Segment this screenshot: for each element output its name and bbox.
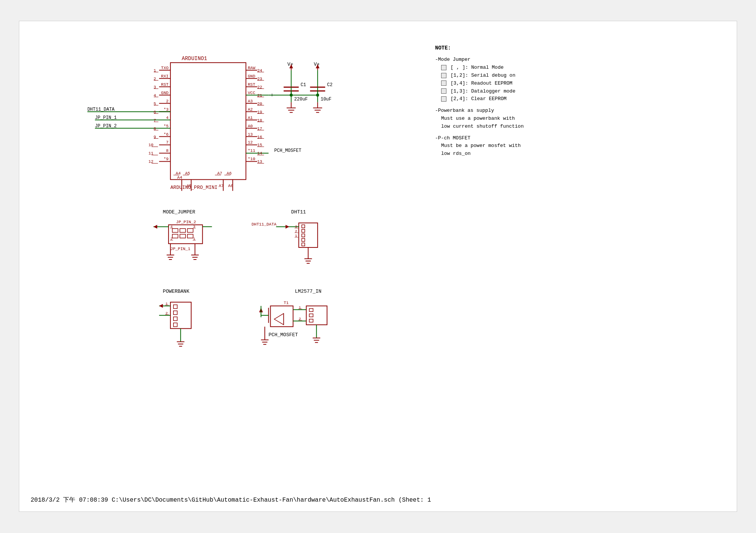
svg-marker-213 bbox=[159, 304, 163, 308]
svg-text:JP_PIN_1: JP_PIN_1 bbox=[170, 247, 191, 251]
svg-text:T1: T1 bbox=[284, 301, 289, 305]
jumper-icon-3 bbox=[441, 80, 446, 86]
notes-title: NOTE: bbox=[435, 44, 524, 52]
svg-rect-241 bbox=[309, 319, 313, 322]
svg-rect-210 bbox=[174, 317, 177, 321]
svg-text:PCH_MOSFET: PCH_MOSFET bbox=[274, 148, 301, 153]
jumper-icon-5 bbox=[441, 96, 446, 102]
svg-rect-160 bbox=[180, 229, 186, 232]
svg-rect-240 bbox=[309, 314, 313, 317]
svg-text:RST: RST bbox=[248, 82, 256, 87]
svg-text:DHT11: DHT11 bbox=[291, 209, 306, 215]
mode-item-4: [1,3]: Datalogger mode bbox=[441, 88, 524, 96]
footer: 2018/3/2 下午 07:08:39 C:\Users\DC\Documen… bbox=[31, 496, 431, 504]
svg-text:C1: C1 bbox=[301, 82, 306, 88]
svg-text:A0: A0 bbox=[248, 124, 253, 128]
svg-marker-176 bbox=[153, 225, 157, 229]
svg-rect-164 bbox=[187, 234, 193, 238]
svg-text:2: 2 bbox=[166, 99, 169, 104]
svg-text:*10: *10 bbox=[248, 157, 256, 161]
svg-text:7: 7 bbox=[166, 140, 169, 145]
svg-text:RST: RST bbox=[161, 82, 169, 87]
svg-rect-191 bbox=[302, 238, 305, 241]
svg-rect-190 bbox=[302, 234, 305, 237]
jumper-icon-4 bbox=[441, 88, 446, 94]
pch-line1: Must be a power mosfet with bbox=[441, 142, 524, 150]
svg-text:MODE_JUMPER: MODE_JUMPER bbox=[163, 209, 195, 215]
footer-text: 2018/3/2 下午 07:08:39 C:\Users\DC\Documen… bbox=[31, 497, 431, 504]
svg-rect-162 bbox=[172, 234, 178, 238]
svg-text:RAW: RAW bbox=[248, 66, 256, 70]
svg-text:PCH_MOSFET: PCH_MOSFET bbox=[268, 332, 298, 338]
powerbank-line1: Must use a powerbank with bbox=[441, 115, 524, 123]
svg-text:4: 4 bbox=[166, 116, 169, 120]
notes-panel: NOTE: -Mode Jumper [ , ]: Normal Mode [1… bbox=[435, 44, 524, 158]
svg-text:JP_PIN_2: JP_PIN_2 bbox=[176, 220, 196, 224]
mode-item-2: [1,2]: Serial debug on bbox=[441, 72, 524, 80]
svg-text:A4: A4 bbox=[177, 175, 183, 180]
svg-text:POWERBANK: POWERBANK bbox=[163, 289, 189, 294]
powerbank-section: -Powerbank as supply Must use a powerban… bbox=[435, 107, 524, 130]
svg-text:*5: *5 bbox=[164, 124, 169, 128]
svg-text:*9: *9 bbox=[164, 157, 169, 161]
svg-text:A5: A5 bbox=[187, 184, 192, 188]
svg-text:GND: GND bbox=[161, 91, 169, 95]
svg-text:DHT11_DATA: DHT11_DATA bbox=[87, 107, 115, 112]
svg-rect-208 bbox=[174, 305, 177, 309]
svg-text:RXI: RXI bbox=[161, 74, 169, 79]
svg-text:A2: A2 bbox=[248, 107, 253, 112]
svg-text:JP_PIN_2: JP_PIN_2 bbox=[95, 124, 116, 129]
svg-text:DHT11_DATA: DHT11_DATA bbox=[252, 222, 277, 227]
svg-text:GND: GND bbox=[248, 74, 256, 79]
pch-title: -P-ch MOSFET bbox=[435, 134, 524, 142]
svg-text:*3: *3 bbox=[164, 107, 169, 112]
svg-rect-211 bbox=[174, 323, 177, 327]
svg-marker-229 bbox=[274, 314, 284, 325]
svg-text:C2: C2 bbox=[327, 82, 332, 88]
mode-jumper-section: -Mode Jumper [ , ]: Normal Mode [1,2]: S… bbox=[435, 56, 524, 103]
svg-text:220uF: 220uF bbox=[294, 97, 308, 102]
svg-text:A7: A7 bbox=[219, 184, 224, 188]
svg-text:LM2577_IN: LM2577_IN bbox=[295, 289, 321, 294]
svg-text:JP_PIN_1: JP_PIN_1 bbox=[95, 115, 116, 121]
svg-text:VCC: VCC bbox=[248, 91, 256, 95]
svg-text:*11: *11 bbox=[248, 148, 256, 153]
svg-rect-188 bbox=[302, 225, 305, 228]
mode-item-5: [2,4]: Clear EEPROM bbox=[441, 95, 524, 103]
svg-text:8: 8 bbox=[166, 148, 169, 153]
pch-section: -P-ch MOSFET Must be a power mosfet with… bbox=[435, 134, 524, 158]
svg-rect-0 bbox=[170, 63, 246, 180]
svg-rect-189 bbox=[302, 229, 305, 232]
svg-rect-239 bbox=[309, 309, 313, 312]
svg-marker-195 bbox=[285, 225, 289, 229]
svg-text:A1: A1 bbox=[248, 116, 253, 120]
powerbank-line2: low current shutoff function bbox=[441, 123, 524, 131]
svg-text:13: 13 bbox=[248, 132, 253, 137]
svg-text:A6: A6 bbox=[228, 184, 233, 188]
svg-text:10uF: 10uF bbox=[321, 97, 332, 102]
pch-line2: low rds_on bbox=[441, 150, 524, 158]
mode-jumper-title: -Mode Jumper bbox=[435, 56, 524, 64]
svg-text:ARDUINO1: ARDUINO1 bbox=[182, 56, 207, 62]
svg-rect-161 bbox=[187, 229, 193, 232]
svg-rect-192 bbox=[302, 243, 305, 246]
svg-text:A3: A3 bbox=[248, 99, 253, 104]
jumper-icon-1 bbox=[441, 65, 446, 70]
powerbank-title: -Powerbank as supply bbox=[435, 107, 524, 115]
svg-rect-159 bbox=[172, 229, 178, 232]
svg-text:TXO: TXO bbox=[161, 66, 169, 70]
svg-rect-209 bbox=[174, 311, 177, 315]
mode-item-1: [ , ]: Normal Mode bbox=[441, 64, 524, 72]
svg-text:*6: *6 bbox=[164, 132, 169, 137]
jumper-icon-2 bbox=[441, 73, 446, 78]
svg-rect-163 bbox=[180, 234, 186, 238]
svg-text:ARDUINO_PRO_MINI: ARDUINO_PRO_MINI bbox=[170, 185, 218, 190]
mode-item-3: [3,4]: Readout EEPROM bbox=[441, 80, 524, 88]
svg-text:12: 12 bbox=[248, 140, 253, 145]
